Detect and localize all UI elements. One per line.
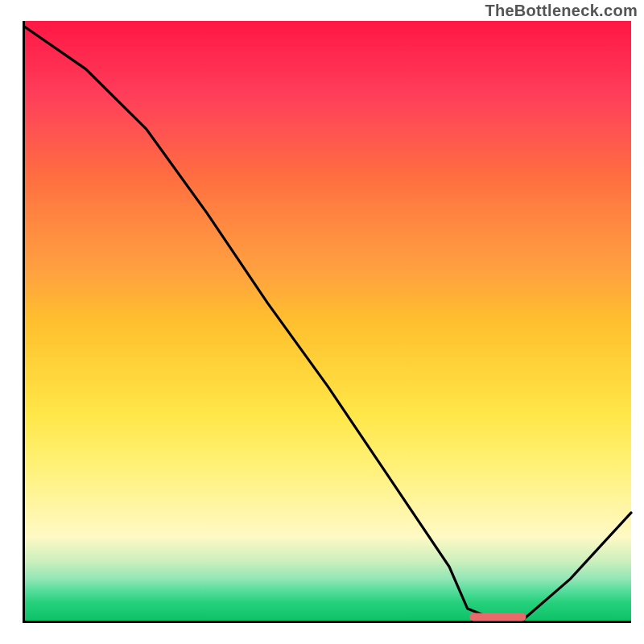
plot-area: [25, 21, 631, 621]
chart-frame: TheBottleneck.com: [0, 0, 644, 644]
x-axis: [23, 621, 631, 623]
bottleneck-curve: [25, 27, 631, 621]
watermark-text: TheBottleneck.com: [485, 2, 638, 20]
chart-svg: [25, 21, 631, 621]
